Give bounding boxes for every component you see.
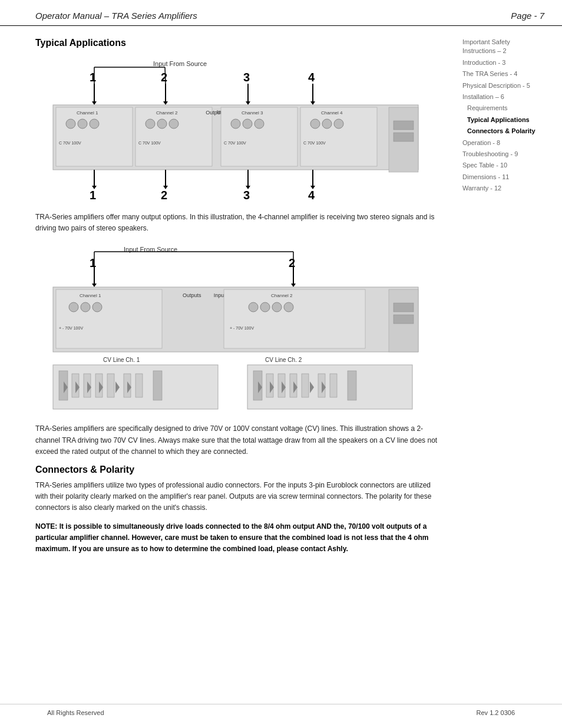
svg-point-39 bbox=[310, 119, 320, 129]
svg-text:3: 3 bbox=[243, 189, 250, 202]
svg-text:1: 1 bbox=[90, 256, 96, 269]
svg-text:C   70V  100V: C 70V 100V bbox=[59, 141, 81, 145]
svg-point-74 bbox=[81, 302, 90, 312]
svg-text:CV Line Ch. 2: CV Line Ch. 2 bbox=[265, 357, 302, 363]
svg-line-9 bbox=[165, 67, 166, 84]
diagram2-container: Input From Source 1 2 I bbox=[35, 241, 442, 420]
svg-text:2: 2 bbox=[161, 71, 167, 84]
svg-marker-8 bbox=[163, 101, 168, 105]
svg-text:1: 1 bbox=[90, 71, 96, 84]
sidebar-item-requirements[interactable]: Requirements bbox=[467, 104, 542, 113]
svg-marker-63 bbox=[92, 284, 97, 287]
sidebar-item-safety[interactable]: Important Safety Instructions – 2 bbox=[462, 38, 542, 56]
svg-rect-110 bbox=[302, 374, 309, 397]
header-page: Page - 7 bbox=[511, 11, 544, 21]
svg-text:+ -   70V  100V: + - 70V 100V bbox=[230, 326, 254, 330]
svg-text:C   70V  100V: C 70V 100V bbox=[138, 141, 161, 145]
svg-text:3: 3 bbox=[243, 71, 250, 84]
svg-marker-12 bbox=[246, 101, 250, 105]
sidebar: Important Safety Instructions – 2 Introd… bbox=[454, 32, 548, 562]
svg-rect-87 bbox=[394, 315, 414, 324]
svg-rect-18 bbox=[56, 107, 133, 166]
svg-text:+ -   70V  100V: + - 70V 100V bbox=[59, 326, 83, 330]
svg-marker-68 bbox=[291, 284, 296, 287]
svg-point-82 bbox=[272, 302, 282, 312]
note-bold: NOTE: It is possible to simultaneously d… bbox=[35, 522, 429, 553]
svg-rect-95 bbox=[107, 374, 114, 397]
sidebar-item-connectors[interactable]: Connectors & Polarity bbox=[467, 127, 542, 136]
svg-text:1: 1 bbox=[90, 189, 96, 202]
svg-text:CV Line Ch. 1: CV Line Ch. 1 bbox=[103, 357, 140, 363]
connectors-para1: TRA-Series amplifiers utilize two types … bbox=[35, 480, 442, 514]
svg-point-21 bbox=[78, 119, 87, 129]
content-area: Typical Applications Input From Source 1… bbox=[35, 32, 454, 562]
svg-rect-24 bbox=[135, 107, 212, 166]
svg-point-40 bbox=[322, 119, 332, 129]
svg-rect-78 bbox=[224, 289, 365, 348]
page-header: Operator Manual – TRA Series Amplifiers … bbox=[0, 0, 562, 26]
svg-text:4: 4 bbox=[308, 71, 315, 84]
svg-rect-113 bbox=[348, 371, 356, 400]
svg-rect-31 bbox=[221, 107, 297, 166]
svg-point-83 bbox=[284, 302, 293, 312]
connectors-note: NOTE: It is possible to simultaneously d… bbox=[35, 521, 442, 555]
typical-applications-section: Typical Applications Input From Source 1… bbox=[35, 38, 442, 457]
typical-applications-heading: Typical Applications bbox=[35, 38, 442, 48]
sidebar-item-typical[interactable]: Typical Applications bbox=[467, 116, 542, 124]
svg-point-20 bbox=[66, 119, 75, 129]
svg-point-28 bbox=[169, 119, 178, 129]
sidebar-item-tra[interactable]: The TRA Series - 4 bbox=[462, 70, 542, 78]
footer-right: Rev 1.2 0306 bbox=[477, 709, 515, 716]
svg-text:C   70V  100V: C 70V 100V bbox=[303, 141, 326, 145]
header-title: Operator Manual – TRA Series Amplifiers bbox=[35, 11, 197, 21]
svg-point-22 bbox=[90, 119, 99, 129]
connectors-heading: Connectors & Polarity bbox=[35, 465, 442, 475]
svg-rect-44 bbox=[394, 121, 414, 130]
sidebar-item-physical[interactable]: Physical Description - 5 bbox=[462, 81, 542, 90]
svg-point-41 bbox=[334, 119, 343, 129]
sidebar-item-operation[interactable]: Operation - 8 bbox=[462, 139, 542, 147]
svg-text:Channel 1: Channel 1 bbox=[77, 110, 98, 116]
footer-left: All Rights Reserved bbox=[47, 709, 104, 716]
svg-marker-15 bbox=[310, 101, 315, 105]
svg-rect-112 bbox=[330, 374, 337, 397]
svg-text:Channel 2: Channel 2 bbox=[271, 293, 293, 298]
diagram1-svg: Input From Source 1 2 3 bbox=[35, 53, 436, 206]
svg-text:4: 4 bbox=[308, 189, 315, 202]
svg-text:C   70V  100V: C 70V 100V bbox=[224, 141, 246, 145]
svg-text:Channel 2: Channel 2 bbox=[156, 110, 178, 116]
svg-point-33 bbox=[231, 119, 240, 129]
svg-point-81 bbox=[260, 302, 270, 312]
svg-point-75 bbox=[92, 302, 102, 312]
svg-rect-71 bbox=[56, 289, 162, 348]
svg-rect-37 bbox=[300, 107, 377, 166]
diagram1-container: Input From Source 1 2 3 bbox=[35, 53, 442, 209]
sidebar-item-installation[interactable]: Installation – 6 bbox=[462, 93, 542, 101]
svg-rect-45 bbox=[394, 133, 414, 141]
svg-rect-98 bbox=[153, 371, 162, 400]
svg-text:Channel 4: Channel 4 bbox=[321, 110, 343, 116]
typical-apps-para1: TRA-Series amplifiers offer many output … bbox=[35, 212, 442, 234]
svg-text:Input From Source: Input From Source bbox=[153, 60, 207, 67]
svg-point-26 bbox=[146, 119, 155, 129]
page-footer: All Rights Reserved Rev 1.2 0306 bbox=[0, 704, 562, 716]
svg-text:2: 2 bbox=[161, 189, 167, 202]
main-layout: Typical Applications Input From Source 1… bbox=[0, 32, 562, 562]
svg-rect-86 bbox=[394, 303, 414, 312]
connectors-section: Connectors & Polarity TRA-Series amplifi… bbox=[35, 465, 442, 555]
svg-point-35 bbox=[254, 119, 264, 129]
sidebar-item-troubleshooting[interactable]: Troubleshooting - 9 bbox=[462, 150, 542, 159]
diagram2-svg: Input From Source 1 2 I bbox=[35, 241, 436, 418]
sidebar-item-spec[interactable]: Spec Table - 10 bbox=[462, 161, 542, 170]
svg-point-34 bbox=[243, 119, 252, 129]
svg-text:Channel 3: Channel 3 bbox=[242, 110, 263, 116]
sidebar-item-intro[interactable]: Introduction - 3 bbox=[462, 58, 542, 67]
sidebar-item-dimensions[interactable]: Dimensions - 11 bbox=[462, 173, 542, 182]
svg-point-27 bbox=[157, 119, 167, 129]
svg-text:Outputs: Outputs bbox=[183, 292, 201, 298]
typical-apps-para2: TRA-Series amplifiers are specifically d… bbox=[35, 423, 442, 457]
svg-rect-97 bbox=[135, 374, 143, 397]
sidebar-item-warranty[interactable]: Warranty - 12 bbox=[462, 184, 542, 193]
svg-marker-3 bbox=[92, 101, 97, 105]
svg-text:2: 2 bbox=[289, 256, 295, 269]
